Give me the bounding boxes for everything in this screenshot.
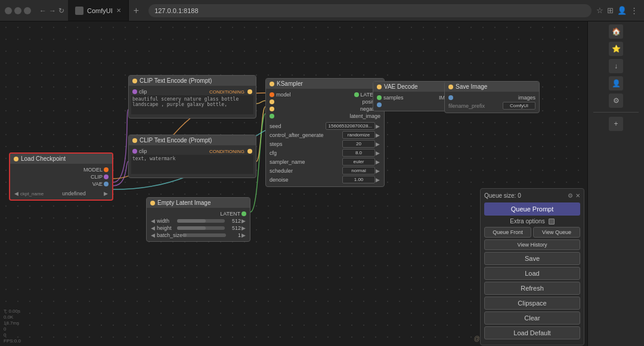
close-panel-icon[interactable]: ✕ <box>575 192 580 199</box>
tab-favicon <box>75 7 83 15</box>
height-prev-btn[interactable]: ◀ <box>150 225 156 231</box>
negative-in-port <box>270 107 274 111</box>
width-slider[interactable] <box>177 219 225 223</box>
load-default-button[interactable]: Load Default <box>484 326 580 339</box>
gear-icon[interactable]: ⚙ <box>568 192 573 199</box>
height-next-btn[interactable]: ▶ <box>241 225 246 231</box>
denoise-row[interactable]: denoise 1.00 ▶ <box>268 175 382 184</box>
ckpt-next-btn[interactable]: ▶ <box>103 191 109 197</box>
scheduler-arrow[interactable]: ▶ <box>375 168 380 174</box>
extra-options-checkbox[interactable] <box>549 219 555 225</box>
seed-row: seed 156065320870028... ▶ <box>268 121 382 130</box>
queue-front-button[interactable]: Queue Front <box>484 227 531 238</box>
sidebar-icon-user[interactable]: 👤 <box>609 76 623 91</box>
control-value[interactable]: randomize <box>342 131 375 139</box>
ckpt-prev-btn[interactable]: ◀ <box>14 191 19 197</box>
bookmark-icon[interactable]: ☆ <box>596 6 603 15</box>
height-row[interactable]: ◀ height 512 ▶ <box>149 225 247 232</box>
view-history-button[interactable]: View History <box>484 239 580 250</box>
sampler-arrow[interactable]: ▶ <box>375 159 380 165</box>
sidebar-icon-star[interactable]: ⭐ <box>609 42 623 56</box>
clip-label: clip <box>139 89 209 95</box>
account-icon[interactable]: 👤 <box>617 6 627 15</box>
sampler-label: sampler_name <box>270 159 342 165</box>
clear-button[interactable]: Clear <box>484 311 580 325</box>
status-line1: T: 0.00s <box>4 308 21 314</box>
images-in-row: images <box>447 94 537 101</box>
node-title: Empty Latent Image <box>157 200 211 206</box>
active-tab[interactable]: ComfyUI ✕ <box>68 0 129 21</box>
sidebar-icon-download[interactable]: ↓ <box>609 59 623 73</box>
sampler-row[interactable]: sampler_name euler ▶ <box>268 157 382 166</box>
sampler-value[interactable]: euler <box>342 158 375 166</box>
address-bar[interactable]: 127.0.0.1:8188 <box>148 4 592 17</box>
ckpt-label: ckpt_name <box>20 191 44 197</box>
denoise-value[interactable]: 1.00 <box>342 176 375 183</box>
sidebar-icon-home[interactable]: 🏠 <box>609 24 623 39</box>
conditioning-port2 <box>247 149 252 154</box>
load-button[interactable]: Load <box>484 267 580 280</box>
batch-prev-btn[interactable]: ◀ <box>150 232 156 238</box>
status-line4: 0 <box>4 326 21 332</box>
height-label: height <box>157 225 177 231</box>
sidebar-icon-add[interactable]: + <box>609 117 623 131</box>
clipspace-button[interactable]: Clipspace <box>484 297 580 310</box>
scheduler-label: scheduler <box>270 168 342 174</box>
menu-icon[interactable]: ⋮ <box>630 6 638 15</box>
width-next-btn[interactable]: ▶ <box>241 218 246 224</box>
cfg-row[interactable]: cfg 8.0 ▶ <box>268 148 382 157</box>
extensions-icon[interactable]: ⊞ <box>607 6 614 15</box>
node-body-ksampler: model LATENT positive negative latent_im… <box>266 89 384 186</box>
negative-text[interactable]: text, watermark <box>131 155 253 174</box>
panel-icons: ⚙ ✕ <box>568 192 580 199</box>
node-body-saveimage: images filename_prefix ComfyUI <box>445 92 539 113</box>
width-prev-btn[interactable]: ◀ <box>150 218 156 224</box>
back-arrow[interactable]: ← <box>39 7 47 15</box>
cfg-arrow[interactable]: ▶ <box>375 150 380 156</box>
batch-value: 1 <box>227 232 241 238</box>
scheduler-value[interactable]: normal <box>342 167 375 174</box>
node-indicator <box>448 85 453 89</box>
node-indicator <box>377 85 382 89</box>
width-row[interactable]: ◀ width 512 ▶ <box>149 217 247 225</box>
filename-value[interactable]: ComfyUI <box>503 102 535 110</box>
reload-btn[interactable]: ↻ <box>58 7 64 15</box>
vae-in-port <box>377 102 382 107</box>
node-header-emptylatent: Empty Latent Image <box>147 198 250 208</box>
view-queue-button[interactable]: View Queue <box>533 227 580 238</box>
height-slider[interactable] <box>177 226 225 230</box>
tab-close-btn[interactable]: ✕ <box>116 7 121 14</box>
node-title: Load Checkpoint <box>21 155 66 162</box>
control-arrow[interactable]: ▶ <box>375 132 380 138</box>
positive-text[interactable]: beautiful scenery nature glass bottle la… <box>131 95 253 114</box>
seed-arrow[interactable]: ▶ <box>375 123 380 129</box>
filename-row[interactable]: filename_prefix ComfyUI <box>447 101 537 110</box>
batch-next-btn[interactable]: ▶ <box>241 232 246 238</box>
refresh-button[interactable]: Refresh <box>484 282 580 295</box>
batch-label: batch_size <box>157 232 182 238</box>
clip-label: CLIP <box>14 174 104 180</box>
latent-out-port <box>354 92 359 97</box>
maximize-btn[interactable] <box>14 7 21 14</box>
ckpt-row[interactable]: ◀ ckpt_name undefined ▶ <box>13 190 110 197</box>
steps-row[interactable]: steps 20 ▶ <box>268 139 382 148</box>
node-indicator <box>270 82 274 86</box>
forward-arrow[interactable]: → <box>49 7 56 15</box>
batch-slider[interactable] <box>182 233 226 237</box>
save-button[interactable]: Save <box>484 252 580 265</box>
batch-row[interactable]: ◀ batch_size 1 ▶ <box>149 232 247 239</box>
denoise-arrow[interactable]: ▶ <box>375 177 380 183</box>
steps-arrow[interactable]: ▶ <box>375 141 380 147</box>
steps-value[interactable]: 20 <box>342 140 375 148</box>
vae-label: VAE <box>14 181 104 187</box>
close-btn[interactable] <box>24 7 31 14</box>
model-row: MODEL <box>13 166 110 173</box>
scheduler-row[interactable]: scheduler normal ▶ <box>268 166 382 175</box>
clip-input-row: clip CONDITIONING <box>131 88 253 95</box>
seed-value[interactable]: 156065320870028... <box>326 122 375 130</box>
queue-prompt-button[interactable]: Queue Prompt <box>484 202 580 216</box>
cfg-value[interactable]: 8.0 <box>342 149 375 157</box>
minimize-btn[interactable] <box>5 7 12 14</box>
new-tab-btn[interactable]: + <box>129 5 144 16</box>
sidebar-icon-settings[interactable]: ⚙ <box>609 93 623 108</box>
